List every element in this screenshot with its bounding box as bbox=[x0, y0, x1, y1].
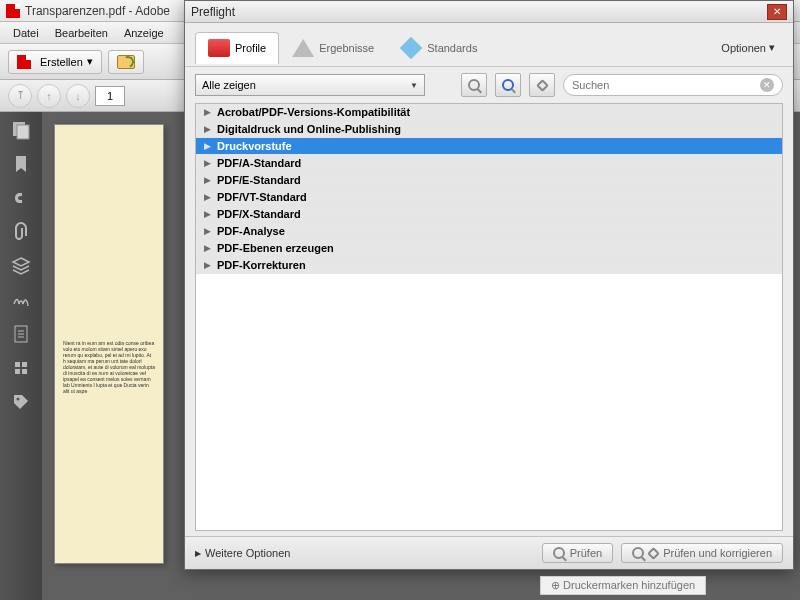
tab-profile-label: Profile bbox=[235, 42, 266, 54]
tab-results[interactable]: Ergebnisse bbox=[279, 32, 387, 63]
options-menu-button[interactable]: Optionen ▾ bbox=[713, 37, 783, 58]
search-icon bbox=[468, 79, 480, 91]
nav-down-button[interactable]: ↓ bbox=[66, 84, 90, 108]
category-label: PDF/VT-Standard bbox=[217, 191, 307, 203]
hidden-print-marks-item[interactable]: ⊕ Druckermarken hinzufügen bbox=[540, 576, 706, 595]
results-icon bbox=[292, 39, 314, 57]
disclosure-triangle-icon: ▶ bbox=[204, 209, 211, 219]
check-and-fix-button[interactable]: Prüfen und korrigieren bbox=[621, 543, 783, 563]
preflight-titlebar[interactable]: Preflight ✕ bbox=[185, 1, 793, 23]
disclosure-triangle-icon: ▶ bbox=[204, 141, 211, 151]
svg-point-6 bbox=[17, 398, 20, 401]
page-preview: Nient ra in eum am est odia conse oribea… bbox=[54, 124, 164, 564]
profile-category-item[interactable]: ▶PDF/X-Standard bbox=[196, 206, 782, 223]
menu-edit[interactable]: Bearbeiten bbox=[47, 25, 116, 41]
category-label: Druckvorstufe bbox=[217, 140, 292, 152]
profile-category-item[interactable]: ▶PDF/E-Standard bbox=[196, 172, 782, 189]
search-field[interactable]: ✕ bbox=[563, 74, 783, 96]
profile-category-item[interactable]: ▶PDF-Ebenen erzeugen bbox=[196, 240, 782, 257]
wrench-icon bbox=[536, 79, 549, 92]
order-panel-icon[interactable] bbox=[11, 358, 31, 378]
disclosure-triangle-icon: ▶ bbox=[204, 226, 211, 236]
folder-open-icon bbox=[117, 55, 135, 69]
category-label: Acrobat/PDF-Versions-Kompatibilität bbox=[217, 106, 410, 118]
disclosure-triangle-icon: ▶ bbox=[204, 175, 211, 185]
profile-category-item[interactable]: ▶PDF/A-Standard bbox=[196, 155, 782, 172]
more-options-toggle[interactable]: ▶ Weitere Optionen bbox=[195, 547, 290, 559]
profile-category-item[interactable]: ▶PDF-Analyse bbox=[196, 223, 782, 240]
standards-icon bbox=[400, 37, 423, 60]
disclosure-triangle-icon: ▶ bbox=[204, 192, 211, 202]
plus-icon: ⊕ bbox=[551, 579, 560, 591]
tab-results-label: Ergebnisse bbox=[319, 42, 374, 54]
page-number-input[interactable] bbox=[95, 86, 125, 106]
category-label: PDF/A-Standard bbox=[217, 157, 301, 169]
chevron-down-icon: ▼ bbox=[410, 81, 418, 90]
search-input[interactable] bbox=[572, 79, 760, 91]
disclosure-triangle-icon: ▶ bbox=[204, 158, 211, 168]
window-title: Transparenzen.pdf - Adobe bbox=[25, 4, 170, 18]
find-fixup-button[interactable] bbox=[529, 73, 555, 97]
hidden-label: Druckermarken hinzufügen bbox=[563, 579, 695, 591]
clear-search-button[interactable]: ✕ bbox=[760, 78, 774, 92]
category-label: PDF-Korrekturen bbox=[217, 259, 306, 271]
check-fix-label: Prüfen und korrigieren bbox=[663, 547, 772, 559]
chevron-down-icon: ▾ bbox=[769, 41, 775, 54]
category-label: PDF-Ebenen erzeugen bbox=[217, 242, 334, 254]
signature-panel-icon[interactable] bbox=[11, 290, 31, 310]
check-label: Prüfen bbox=[570, 547, 602, 559]
magnifier-icon bbox=[632, 547, 644, 559]
magnifier-icon bbox=[553, 547, 565, 559]
preflight-footer: ▶ Weitere Optionen Prüfen Prüfen und kor… bbox=[185, 536, 793, 569]
create-button[interactable]: Erstellen ▾ bbox=[8, 50, 102, 74]
svg-rect-1 bbox=[17, 125, 29, 139]
create-label: Erstellen bbox=[40, 56, 83, 68]
search-icon bbox=[502, 79, 514, 91]
disclosure-triangle-icon: ▶ bbox=[204, 124, 211, 134]
filter-dropdown[interactable]: Alle zeigen ▼ bbox=[195, 74, 425, 96]
wrench-icon bbox=[647, 547, 660, 560]
profile-icon bbox=[208, 39, 230, 57]
profile-category-list[interactable]: ▶Acrobat/PDF-Versions-Kompatibilität▶Dig… bbox=[195, 103, 783, 531]
disclosure-triangle-icon: ▶ bbox=[204, 260, 211, 270]
options-label: Optionen bbox=[721, 42, 766, 54]
tab-standards-label: Standards bbox=[427, 42, 477, 54]
preflight-tabs: Profile Ergebnisse Standards Optionen ▾ bbox=[185, 23, 793, 67]
category-label: PDF/X-Standard bbox=[217, 208, 301, 220]
open-button[interactable] bbox=[108, 50, 144, 74]
category-label: PDF-Analyse bbox=[217, 225, 285, 237]
profile-category-item[interactable]: ▶PDF/VT-Standard bbox=[196, 189, 782, 206]
find-profile-button[interactable] bbox=[461, 73, 487, 97]
preflight-dialog: Preflight ✕ Profile Ergebnisse Standards… bbox=[184, 0, 794, 570]
tab-profile[interactable]: Profile bbox=[195, 32, 279, 64]
pdf-icon bbox=[17, 55, 31, 69]
preflight-toolbar: Alle zeigen ▼ ✕ bbox=[185, 67, 793, 103]
bookmark-panel-icon[interactable] bbox=[11, 154, 31, 174]
find-check-button[interactable] bbox=[495, 73, 521, 97]
document-panel-icon[interactable] bbox=[11, 324, 31, 344]
category-label: PDF/E-Standard bbox=[217, 174, 301, 186]
pages-panel-icon[interactable] bbox=[11, 120, 31, 140]
attachment-panel-icon[interactable] bbox=[11, 222, 31, 242]
close-button[interactable]: ✕ bbox=[767, 4, 787, 20]
layers-panel-icon[interactable] bbox=[11, 256, 31, 276]
chevron-down-icon: ▾ bbox=[87, 55, 93, 68]
category-label: Digitaldruck und Online-Publishing bbox=[217, 123, 401, 135]
profile-category-item[interactable]: ▶Acrobat/PDF-Versions-Kompatibilität bbox=[196, 104, 782, 121]
disclosure-triangle-icon: ▶ bbox=[204, 107, 211, 117]
triangle-right-icon: ▶ bbox=[195, 549, 201, 558]
link-panel-icon[interactable] bbox=[11, 188, 31, 208]
nav-first-button[interactable]: ⤒ bbox=[8, 84, 32, 108]
profile-category-item[interactable]: ▶Druckvorstufe bbox=[196, 138, 782, 155]
more-options-label: Weitere Optionen bbox=[205, 547, 290, 559]
menu-file[interactable]: Datei bbox=[5, 25, 47, 41]
pdf-file-icon bbox=[6, 4, 20, 18]
preflight-title: Preflight bbox=[191, 5, 767, 19]
profile-category-item[interactable]: ▶Digitaldruck und Online-Publishing bbox=[196, 121, 782, 138]
tag-panel-icon[interactable] bbox=[11, 392, 31, 412]
profile-category-item[interactable]: ▶PDF-Korrekturen bbox=[196, 257, 782, 274]
check-button[interactable]: Prüfen bbox=[542, 543, 613, 563]
menu-view[interactable]: Anzeige bbox=[116, 25, 172, 41]
tab-standards[interactable]: Standards bbox=[387, 33, 490, 62]
nav-up-button[interactable]: ↑ bbox=[37, 84, 61, 108]
